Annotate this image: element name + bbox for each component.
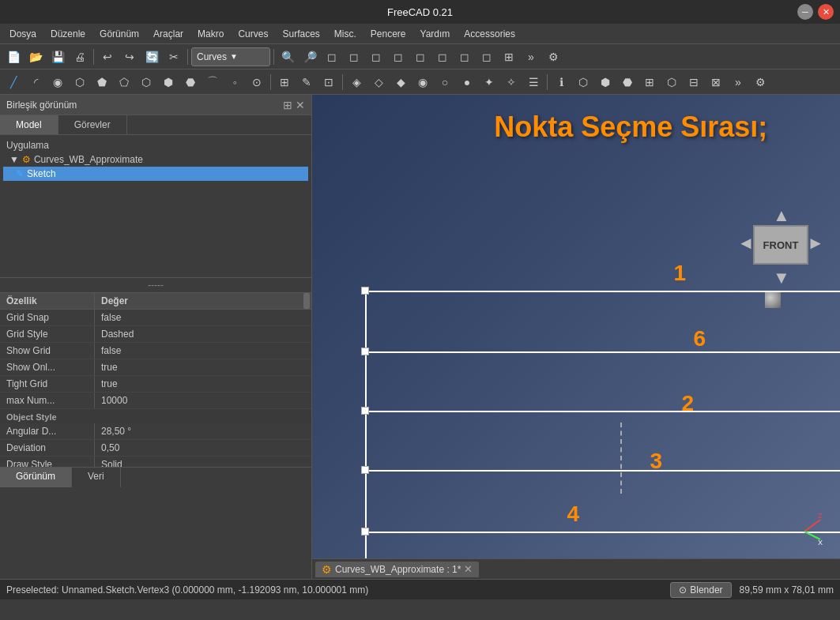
zoom-out-btn[interactable]: 🔎 — [299, 47, 320, 67]
tool-4[interactable]: ⬡ — [70, 72, 90, 92]
undo-btn[interactable]: ↩ — [97, 47, 118, 67]
tool-5[interactable]: ⬟ — [92, 72, 112, 92]
blender-button[interactable]: ⊙ Blender — [670, 582, 731, 598]
tool-9[interactable]: ⬣ — [180, 72, 201, 92]
view3d-btn[interactable]: ◻ — [322, 47, 342, 67]
tool-32[interactable]: ⊠ — [706, 72, 726, 92]
menu-surfaces[interactable]: Surfaces — [276, 27, 326, 41]
prop-val-grid-snap[interactable]: false — [95, 310, 127, 325]
tool-1[interactable]: ╱ — [3, 72, 24, 92]
tool-26[interactable]: ⬡ — [573, 72, 593, 92]
tool-27[interactable]: ⬢ — [595, 72, 616, 92]
prop-val-draw-style[interactable]: Solid — [95, 457, 129, 467]
menu-accessories[interactable]: Accessories — [458, 27, 522, 41]
prop-val-tight-grid[interactable]: true — [95, 376, 124, 392]
menu-dosya[interactable]: Dosya — [3, 27, 43, 41]
tool-16[interactable]: ◈ — [346, 72, 367, 92]
new-btn[interactable]: 📄 — [3, 47, 24, 67]
nav-cube-front[interactable]: FRONT — [753, 225, 808, 265]
panel-expand-btn[interactable]: ⊞ — [283, 99, 292, 111]
tool-11[interactable]: ◦ — [224, 72, 245, 92]
close-button[interactable]: ✕ — [818, 4, 834, 20]
tool-31[interactable]: ⊟ — [684, 72, 704, 92]
tool-25[interactable]: ℹ — [551, 72, 571, 92]
tab-model[interactable]: Model — [0, 115, 58, 134]
tool-30[interactable]: ⬡ — [661, 72, 682, 92]
viewport-tab-curves[interactable]: ⚙ Curves_WB_Approximate : 1* ✕ — [315, 562, 479, 577]
tree-area: Uygulama ▼ ⚙ Curves_WB_Approximate ✎ Ske… — [0, 135, 311, 277]
view-btn2[interactable]: ◻ — [344, 47, 364, 67]
tool-2[interactable]: ◜ — [25, 72, 46, 92]
view-btn5[interactable]: ◻ — [410, 47, 431, 67]
view-btn9[interactable]: ⊞ — [499, 47, 519, 67]
menu-makro[interactable]: Makro — [191, 27, 230, 41]
minimize-button[interactable]: ─ — [797, 4, 813, 20]
prop-val-deviation[interactable]: 0,50 — [95, 440, 126, 456]
redo-btn[interactable]: ↪ — [119, 47, 140, 67]
more-btn[interactable]: » — [521, 47, 541, 67]
panel-close-btn[interactable]: ✕ — [296, 99, 305, 111]
tool-10[interactable]: ⌒ — [202, 72, 223, 92]
prop-val-angular[interactable]: 28,50 ° — [95, 423, 137, 439]
menu-gorunum[interactable]: Görünüm — [93, 27, 145, 41]
tool-17[interactable]: ◇ — [368, 72, 389, 92]
tool-21[interactable]: ● — [457, 72, 477, 92]
tool-29[interactable]: ⊞ — [639, 72, 660, 92]
nav-arrow-top[interactable]: ▲ — [773, 205, 790, 226]
nav-cube[interactable]: ▲ ◄ FRONT ► ▼ — [737, 205, 824, 292]
save-btn[interactable]: 💾 — [47, 47, 68, 67]
nav-arrow-right[interactable]: ► — [807, 233, 824, 254]
extra-btn[interactable]: ⚙ — [543, 47, 563, 67]
bottom-tab-veri[interactable]: Veri — [72, 468, 121, 487]
sketch-line-3 — [365, 470, 840, 472]
tab-close-btn[interactable]: ✕ — [464, 563, 473, 575]
panel-tabs: Model Görevler — [0, 115, 311, 135]
tool-23[interactable]: ✧ — [501, 72, 522, 92]
tool-more[interactable]: » — [728, 72, 748, 92]
tool-settings[interactable]: ⚙ — [750, 72, 770, 92]
tool-13[interactable]: ⊞ — [274, 72, 295, 92]
tool-20[interactable]: ○ — [435, 72, 455, 92]
tool-22[interactable]: ✦ — [479, 72, 499, 92]
prop-scrollbar[interactable] — [303, 293, 310, 309]
menu-duzenle[interactable]: Düzenle — [44, 27, 92, 41]
tool-8[interactable]: ⬢ — [158, 72, 179, 92]
refresh-btn[interactable]: 🔄 — [141, 47, 162, 67]
prop-val-grid-style[interactable]: Dashed — [95, 326, 140, 342]
menu-yardim[interactable]: Yardım — [414, 27, 457, 41]
tool-18[interactable]: ◆ — [390, 72, 411, 92]
prop-val-show-grid[interactable]: false — [95, 343, 127, 359]
tool-19[interactable]: ◉ — [412, 72, 433, 92]
tool-15[interactable]: ⊡ — [318, 72, 339, 92]
tree-child-item[interactable]: ✎ Sketch — [3, 167, 308, 181]
prop-row-grid-snap: Grid Snap false — [0, 310, 311, 326]
print-btn[interactable]: 🖨 — [70, 47, 90, 67]
tool-12[interactable]: ⊙ — [247, 72, 267, 92]
view-btn3[interactable]: ◻ — [366, 47, 386, 67]
tool-7[interactable]: ⬡ — [136, 72, 156, 92]
menu-curves[interactable]: Curves — [232, 27, 274, 41]
tool-24[interactable]: ☰ — [523, 72, 544, 92]
cut-btn[interactable]: ✂ — [164, 47, 184, 67]
menu-araclar[interactable]: Araçlar — [147, 27, 190, 41]
view-btn4[interactable]: ◻ — [388, 47, 409, 67]
tool-6[interactable]: ⬠ — [114, 72, 134, 92]
tool-28[interactable]: ⬣ — [617, 72, 638, 92]
prop-val-max-num[interactable]: 10000 — [95, 393, 134, 408]
view-btn7[interactable]: ◻ — [454, 47, 475, 67]
menu-pencere[interactable]: Pencere — [364, 27, 412, 41]
view-btn6[interactable]: ◻ — [432, 47, 453, 67]
view-btn8[interactable]: ◻ — [477, 47, 497, 67]
nav-arrow-bottom[interactable]: ▼ — [773, 268, 790, 288]
menu-misc[interactable]: Misc. — [328, 27, 363, 41]
open-btn[interactable]: 📂 — [25, 47, 46, 67]
bottom-tab-gorunum[interactable]: Görünüm — [0, 468, 72, 487]
prop-val-show-onl[interactable]: true — [95, 359, 124, 375]
nav-arrow-left[interactable]: ◄ — [737, 233, 755, 254]
tool-3[interactable]: ◉ — [47, 72, 68, 92]
zoom-in-btn[interactable]: 🔍 — [277, 47, 298, 67]
tool-14[interactable]: ✎ — [296, 72, 317, 92]
tree-parent-item[interactable]: ▼ ⚙ Curves_WB_Approximate — [3, 152, 308, 167]
workbench-dropdown[interactable]: Curves ▼ — [191, 47, 270, 66]
tab-gorevler[interactable]: Görevler — [58, 115, 127, 134]
